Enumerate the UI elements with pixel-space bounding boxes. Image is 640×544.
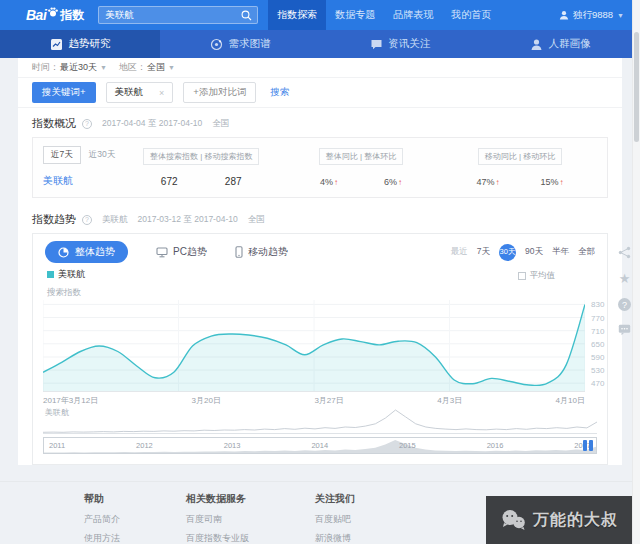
trend-section-header: 指数趋势 ? 美联航 2017-03-12 至 2017-04-10 全国 [18, 204, 622, 231]
nav-brand-performance[interactable]: 品牌表现 [384, 0, 442, 30]
nav-index-explore[interactable]: 指数探索 [268, 0, 326, 30]
chevron-down-icon[interactable]: ▼ [168, 64, 175, 71]
question-icon[interactable]: ? [618, 298, 631, 311]
time-filter-value[interactable]: 最近30天 [60, 61, 97, 74]
side-toolbar: ★ ? [618, 246, 631, 336]
tab-audience-profile[interactable]: 人群画像 [480, 30, 640, 58]
y-tick-label: 530 [591, 366, 604, 375]
range-label: 最近 [451, 246, 468, 258]
trend-tabs: 整体趋势 PC趋势 移动趋势 最近 7天 30天 90天 半年 全部 [33, 234, 607, 268]
range-30d-active[interactable]: 30天 [499, 244, 516, 261]
scrollbar-thumb[interactable] [634, 32, 639, 142]
chart-legend: 美联航 搜索指数 [47, 268, 85, 299]
mobile-yoy-value: 47% [477, 177, 495, 187]
y-tick-label: 650 [591, 340, 604, 349]
footer-col-help: 帮助 产品简介 使用方法 名词解释 模块简介 [84, 492, 120, 544]
share-icon[interactable] [618, 246, 631, 259]
legend-metric: 搜索指数 [47, 287, 85, 299]
average-checkbox[interactable]: 平均值 [518, 270, 556, 282]
wechat-icon [500, 509, 526, 531]
legend-swatch [47, 271, 54, 278]
footer-col-title: 帮助 [84, 492, 120, 506]
audience-profile-icon [530, 38, 543, 51]
search-input[interactable] [99, 10, 241, 21]
tab-trend-research[interactable]: 趋势研究 [0, 30, 160, 58]
monitor-icon [156, 247, 168, 258]
footer-col-title: 关注我们 [315, 492, 355, 506]
range-90d[interactable]: 90天 [525, 246, 543, 258]
overview-tab-30d[interactable]: 近30天 [89, 149, 115, 161]
overview-panel: 近7天 近30天 整体搜索指数 | 移动搜索指数 整体同比 | 整体环比 移动同… [32, 137, 608, 198]
footer-link[interactable]: 新浪微博 [315, 532, 355, 544]
keyword-chip[interactable]: 美联航 × [106, 82, 174, 103]
footer-link[interactable]: 产品简介 [84, 513, 120, 526]
overview-tab-7d[interactable]: 近7天 [43, 146, 81, 164]
remove-keyword-icon[interactable]: × [159, 88, 164, 98]
user-icon [559, 10, 569, 20]
region-filter-label: 地区： [119, 61, 146, 74]
brush-year-label: 2012 [136, 441, 153, 450]
range-half-year[interactable]: 半年 [552, 246, 569, 258]
history-sparkline-row: 美联航 [43, 408, 597, 434]
tab-mobile-trend[interactable]: 移动趋势 [235, 245, 288, 259]
x-tick-label: 4月3日 [437, 395, 462, 406]
add-compare-button[interactable]: +添加对比词 [183, 82, 256, 103]
keyword-search-link[interactable]: 搜索 [270, 86, 289, 99]
nav-data-topics[interactable]: 数据专题 [326, 0, 384, 30]
overview-title: 指数概况 [32, 116, 76, 131]
footer-link[interactable]: 百度贴吧 [315, 513, 355, 526]
timeline-brush[interactable]: 2011201220132014201520162017 [43, 437, 597, 454]
header-nav: 指数探索 数据专题 品牌表现 我的首页 [268, 0, 500, 30]
average-label: 平均值 [530, 270, 556, 282]
overall-mom-value: 6% [384, 177, 397, 187]
tab-news-attention[interactable]: 资讯关注 [320, 30, 480, 58]
y-tick-label: 470 [591, 379, 604, 388]
legend-keyword: 美联航 [58, 268, 85, 281]
keyword-bar: 搜关键词+ 美联航 × +添加对比词 搜索 [18, 78, 622, 108]
feedback-icon[interactable] [618, 324, 631, 336]
star-icon[interactable]: ★ [619, 272, 631, 285]
y-tick-label: 710 [591, 327, 604, 336]
brush-year-label: 2014 [311, 441, 328, 450]
tab-label: 需求图谱 [229, 37, 271, 51]
trend-keyword: 美联航 [102, 214, 128, 226]
page-scrollbar[interactable] [632, 0, 640, 544]
footer-link[interactable]: 百度指数专业版 [186, 532, 249, 544]
x-axis-ticks: 2017年3月12日3月20日3月27日4月3日4月10日 [43, 395, 585, 406]
overview-keyword-link[interactable]: 美联航 [43, 174, 73, 188]
tab-label: 整体趋势 [75, 245, 115, 259]
overview-overall-change-header: 整体同比 | 整体环比 [319, 148, 404, 165]
brush-year-label: 2016 [487, 441, 504, 450]
keyword-type-button[interactable]: 搜关键词+ [32, 82, 96, 103]
mobile-index-value: 287 [201, 176, 265, 187]
tab-demand-graph[interactable]: 需求图谱 [160, 30, 320, 58]
news-attention-icon [370, 38, 383, 51]
logo-suffix-text: 指数 [60, 7, 84, 24]
brush-year-label: 2015 [399, 441, 416, 450]
range-all[interactable]: 全部 [578, 246, 595, 258]
overview-region: 全国 [212, 118, 229, 130]
chevron-down-icon[interactable]: ▼ [100, 64, 107, 71]
search-icon[interactable] [241, 10, 257, 21]
tab-pc-trend[interactable]: PC趋势 [156, 245, 207, 259]
checkbox-icon[interactable] [518, 272, 526, 280]
tab-overall-trend[interactable]: 整体趋势 [45, 241, 128, 263]
overall-yoy-value: 4% [320, 177, 333, 187]
trend-line-chart[interactable] [43, 300, 585, 392]
up-arrow-icon: ↑ [334, 178, 338, 187]
range-7d[interactable]: 7天 [477, 246, 490, 258]
region-filter-value[interactable]: 全国 [147, 61, 165, 74]
info-icon[interactable]: ? [82, 215, 92, 225]
footer-col-title: 相关数据服务 [186, 492, 249, 506]
footer-link[interactable]: 百度司南 [186, 513, 249, 526]
overview-date-range: 2017-04-04 至 2017-04-10 [102, 118, 202, 130]
baidu-index-logo[interactable]: Bai 指数 [26, 4, 84, 26]
brush-handle[interactable] [583, 440, 593, 451]
demand-graph-icon [210, 38, 223, 51]
info-icon[interactable]: ? [82, 119, 92, 129]
keyword-chip-label: 美联航 [115, 86, 144, 99]
footer-link[interactable]: 使用方法 [84, 532, 120, 544]
user-menu[interactable]: 独行9888 ▼ [559, 9, 624, 22]
nav-my-homepage[interactable]: 我的首页 [442, 0, 500, 30]
overview-header-row: 近7天 近30天 整体搜索指数 | 移动搜索指数 整体同比 | 整体环比 移动同… [43, 145, 597, 165]
